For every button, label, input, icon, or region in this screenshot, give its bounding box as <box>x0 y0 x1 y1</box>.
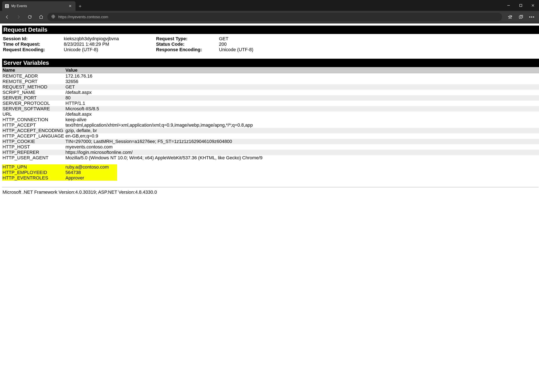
table-row: SCRIPT_NAME /default.aspx <box>2 90 539 95</box>
table-row: REQUEST_METHOD GET <box>2 84 539 90</box>
var-name: HTTP_UPN <box>3 164 65 170</box>
col-header-name: Name <box>3 67 65 73</box>
var-value: HTTP/1.1 <box>65 101 539 106</box>
more-menu-button[interactable]: ••• <box>527 12 537 22</box>
var-name: HTTP_USER_AGENT <box>3 155 65 161</box>
value-session-id: kiekszqbh3dydnpiogvjbvna <box>64 36 144 42</box>
var-name: HTTP_REFERER <box>3 150 65 155</box>
forward-button[interactable] <box>13 12 24 22</box>
var-value: Mozilla/5.0 (Windows NT 10.0; Win64; x64… <box>65 155 539 161</box>
close-window-button[interactable] <box>527 0 539 11</box>
more-icon: ••• <box>529 15 534 19</box>
table-header-row: Name Value <box>2 67 539 73</box>
value-request-encoding: Unicode (UTF-8) <box>64 47 144 53</box>
var-name: SERVER_SOFTWARE <box>3 106 65 111</box>
label-time-of-request: Time of Request: <box>3 42 64 47</box>
var-value: 564738 <box>65 170 117 175</box>
table-row: HTTP_CONNECTION keep-alive <box>2 117 539 122</box>
table-row: HTTP_HOST myevents.contoso.com <box>2 144 539 150</box>
var-value: Approver <box>65 175 117 181</box>
table-row: HTTP_USER_AGENT Mozilla/5.0 (Windows NT … <box>2 155 539 161</box>
page-content: Request Details Session Id: kiekszqbh3dy… <box>0 24 539 392</box>
label-request-encoding: Request Encoding: <box>3 47 64 53</box>
label-response-encoding: Response Encoding: <box>156 47 219 53</box>
var-name: HTTP_EMPLOYEEID <box>3 170 65 175</box>
var-name: HTTP_ACCEPT_LANGUAGE <box>3 133 65 139</box>
var-value: GET <box>65 84 539 90</box>
var-value: 172.16.76.16 <box>65 73 539 79</box>
close-tab-icon[interactable]: ✕ <box>68 4 72 8</box>
var-name: SERVER_PORT <box>3 95 65 101</box>
window-controls <box>502 0 539 11</box>
table-row: HTTP_EVENTROLES Approver <box>2 175 117 181</box>
table-row: HTTP_REFERER https://login.microsoftonli… <box>2 150 539 155</box>
label-status-code: Status Code: <box>156 42 219 47</box>
var-name: REQUEST_METHOD <box>3 84 65 90</box>
site-info-icon[interactable] <box>51 14 55 20</box>
var-name: URL <box>3 111 65 117</box>
var-name: HTTP_EVENTROLES <box>3 175 65 181</box>
url-text: https://myevents.contoso.com <box>58 15 108 19</box>
var-name: HTTP_ACCEPT_ENCODING <box>3 128 65 133</box>
highlighted-variables: HTTP_UPN ruby.a@contoso.com HTTP_EMPLOYE… <box>2 164 117 181</box>
server-variables-heading: Server Variables <box>2 59 539 67</box>
tab-title: My Events <box>11 4 65 8</box>
request-details-grid: Session Id: kiekszqbh3dydnpiogvjbvna Req… <box>2 34 539 59</box>
var-value: myevents.contoso.com <box>65 144 539 150</box>
home-button[interactable] <box>36 12 46 22</box>
server-variables-table: Name Value REMOTE_ADDR 172.16.76.16 REMO… <box>2 67 539 161</box>
table-row: SERVER_SOFTWARE Microsoft-IIS/8.5 <box>2 106 539 111</box>
var-value: en-GB,en;q=0.9 <box>65 133 539 139</box>
var-name: HTTP_HOST <box>3 144 65 150</box>
new-tab-button[interactable]: ＋ <box>76 1 85 11</box>
var-name: SCRIPT_NAME <box>3 90 65 95</box>
var-value: 80 <box>65 95 539 101</box>
var-value: text/html,application/xhtml+xml,applicat… <box>65 122 539 128</box>
favorites-button[interactable] <box>505 12 515 22</box>
var-value: gzip, deflate, br <box>65 128 539 133</box>
table-row: REMOTE_ADDR 172.16.76.16 <box>2 73 539 79</box>
var-name: HTTP_COOKIE <box>3 139 65 144</box>
maximize-button[interactable] <box>515 0 527 11</box>
value-request-type: GET <box>219 36 278 42</box>
address-bar[interactable]: https://myevents.contoso.com <box>47 13 502 21</box>
var-value: ruby.a@contoso.com <box>65 164 117 170</box>
table-row: HTTP_UPN ruby.a@contoso.com <box>2 164 117 170</box>
col-header-value: Value <box>65 67 539 73</box>
table-row: HTTP_ACCEPT_LANGUAGE en-GB,en;q=0.9 <box>2 133 539 139</box>
table-row: HTTP_ACCEPT text/html,application/xhtml+… <box>2 122 539 128</box>
table-row: HTTP_EMPLOYEEID 564738 <box>2 170 117 175</box>
label-request-type: Request Type: <box>156 36 219 42</box>
var-value: /default.aspx <box>65 90 539 95</box>
request-details-heading: Request Details <box>2 26 539 34</box>
var-value: https://login.microsoftonline.com/ <box>65 150 539 155</box>
var-value: keep-alive <box>65 117 539 122</box>
framework-version-footer: Microsoft .NET Framework Version:4.0.303… <box>2 190 539 195</box>
var-name: REMOTE_ADDR <box>3 73 65 79</box>
table-row: SERVER_PROTOCOL HTTP/1.1 <box>2 101 539 106</box>
browser-toolbar: https://myevents.contoso.com ••• <box>0 11 539 24</box>
table-row: HTTP_COOKIE TIN=297000; LastMRH_Session=… <box>2 139 539 144</box>
minimize-button[interactable] <box>502 0 515 11</box>
var-name: HTTP_ACCEPT <box>3 122 65 128</box>
value-time-of-request: 8/23/2021 1:48:29 PM <box>64 42 144 47</box>
table-row: URL /default.aspx <box>2 111 539 117</box>
var-value: TIN=297000; LastMRH_Session=a16276ee; F5… <box>65 139 539 144</box>
var-name: REMOTE_PORT <box>3 79 65 84</box>
browser-titlebar: My Events ✕ ＋ <box>0 0 539 11</box>
var-value: 32656 <box>65 79 539 84</box>
back-button[interactable] <box>2 12 12 22</box>
refresh-button[interactable] <box>25 12 35 22</box>
var-value: Microsoft-IIS/8.5 <box>65 106 539 111</box>
table-row: HTTP_ACCEPT_ENCODING gzip, deflate, br <box>2 128 539 133</box>
var-name: HTTP_CONNECTION <box>3 117 65 122</box>
svg-rect-1 <box>520 5 522 7</box>
table-row: REMOTE_PORT 32656 <box>2 79 539 84</box>
separator <box>2 187 539 187</box>
browser-tab[interactable]: My Events ✕ <box>2 1 76 11</box>
var-name: SERVER_PROTOCOL <box>3 101 65 106</box>
collections-button[interactable] <box>516 12 526 22</box>
value-response-encoding: Unicode (UTF-8) <box>219 47 278 53</box>
label-session-id: Session Id: <box>3 36 64 42</box>
table-row: SERVER_PORT 80 <box>2 95 539 101</box>
